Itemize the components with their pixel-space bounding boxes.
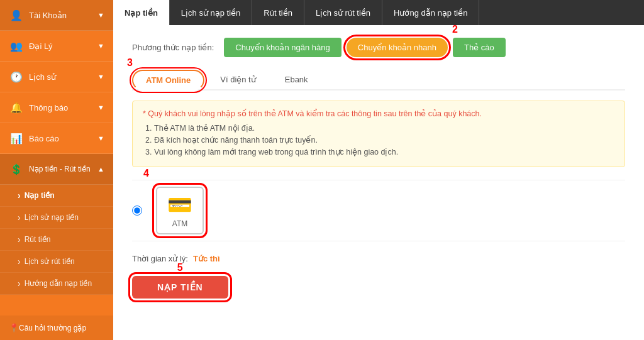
sidebar-sub-menu: › Nạp tiền › Lịch sử nạp tiền › Rút tiền… bbox=[0, 185, 113, 295]
sidebar-item-nap-tien-rut-tien[interactable]: 💲 Nạp tiền - Rút tiền ▲ bbox=[0, 154, 113, 185]
sidebar-item-bao-cao[interactable]: 📊 Báo cáo ▼ bbox=[0, 123, 113, 154]
location-icon: 📍 bbox=[9, 323, 19, 332]
tab-rut-tien[interactable]: Rút tiền bbox=[252, 0, 304, 25]
submit-wrap: 5 NẠP TIỀN bbox=[132, 276, 625, 299]
sub-tab-vi-dien-tu[interactable]: Ví điện tử bbox=[207, 70, 269, 90]
bullet-icon: › bbox=[18, 190, 21, 200]
bullet-icon: › bbox=[18, 278, 21, 288]
atm-radio[interactable] bbox=[132, 206, 142, 216]
chevron-icon: ▼ bbox=[97, 134, 104, 142]
chevron-up-icon: ▲ bbox=[97, 165, 104, 173]
chevron-icon: ▼ bbox=[97, 42, 104, 50]
sidebar-item-dai-ly[interactable]: 👥 Đại Lý ▼ bbox=[0, 31, 113, 62]
sidebar: 👤 Tài Khoản ▼ 👥 Đại Lý ▼ 🕐 Lịch sử ▼ 🔔 T… bbox=[0, 0, 113, 340]
sidebar-item-tai-khoan[interactable]: 👤 Tài Khoản ▼ bbox=[0, 0, 113, 31]
submit-button[interactable]: NẠP TIỀN bbox=[132, 276, 228, 299]
bell-icon: 🔔 bbox=[9, 100, 24, 115]
chevron-icon: ▼ bbox=[97, 11, 104, 19]
info-title: * Quý khách vui lòng nhập số trên thẻ AT… bbox=[143, 109, 614, 118]
sub-tab-atm-online[interactable]: ATM Online bbox=[132, 70, 204, 90]
tab-nap-tien[interactable]: Nạp tiền bbox=[113, 0, 170, 25]
step-4-badge: 4 bbox=[143, 168, 149, 179]
sidebar-item-lich-su[interactable]: 🕐 Lịch sử ▼ bbox=[0, 62, 113, 92]
tab-lich-su-rut-tien[interactable]: Lịch sử rút tiền bbox=[304, 0, 382, 25]
sidebar-sub-nap-tien[interactable]: › Nạp tiền bbox=[0, 185, 113, 207]
btn-the-cao[interactable]: Thẻ cào bbox=[453, 38, 506, 57]
info-item-2: Đã kích hoạt chức năng thanh toán trực t… bbox=[154, 135, 614, 145]
sidebar-sub-huong-dan[interactable]: › Hướng dẫn nạp tiền bbox=[0, 273, 113, 295]
sidebar-sub-lich-su-nap-tien[interactable]: › Lịch sử nạp tiền bbox=[0, 207, 113, 229]
info-list: Thẻ ATM là thẻ ATM nội địa. Đã kích hoạt… bbox=[154, 123, 614, 156]
submit-btn-wrapper: 5 NẠP TIỀN bbox=[132, 276, 228, 299]
sidebar-item-thong-bao[interactable]: 🔔 Thông báo ▼ bbox=[0, 92, 113, 123]
user-icon: 👤 bbox=[9, 8, 24, 23]
atm-card-icon: 💳 bbox=[167, 193, 192, 217]
sub-tabs: 3 ATM Online Ví điện tử Ebank bbox=[132, 70, 625, 90]
card-box-atm[interactable]: 💳 ATM bbox=[156, 187, 204, 234]
clock-icon: 🕐 bbox=[9, 69, 24, 84]
btn-chuyen-khoan-nhanh[interactable]: Chuyển khoản nhanh bbox=[347, 38, 448, 57]
dollar-icon: 💲 bbox=[9, 162, 24, 177]
processing-value: Tức thì bbox=[193, 254, 220, 263]
card-label: ATM bbox=[172, 219, 187, 228]
tab-huong-dan-nap-tien[interactable]: Hướng dẫn nạp tiền bbox=[382, 0, 479, 25]
sidebar-faq[interactable]: 📍 Câu hỏi thường gặp bbox=[0, 315, 113, 340]
tab-lich-su-nap-tien[interactable]: Lịch sử nạp tiền bbox=[170, 0, 253, 25]
method-row: Phương thức nạp tiền: Chuyển khoản ngân … bbox=[132, 38, 625, 57]
card-selector: 4 💳 ATM bbox=[132, 180, 625, 241]
group-icon: 👥 bbox=[9, 38, 24, 53]
content-area: Phương thức nạp tiền: Chuyển khoản ngân … bbox=[113, 25, 644, 340]
bullet-icon: › bbox=[18, 234, 21, 244]
sub-tab-ebank[interactable]: Ebank bbox=[272, 70, 321, 90]
btn-chuyen-khoan-ngan-hang[interactable]: Chuyển khoản ngân hàng bbox=[224, 38, 341, 57]
btn-wrapper-chuyen-nhanh: 2 Chuyển khoản nhanh bbox=[347, 38, 453, 57]
main-area: Nạp tiền Lịch sử nạp tiền Rút tiền Lịch … bbox=[113, 0, 644, 340]
step-2-badge: 2 bbox=[452, 25, 458, 35]
sub-tab-wrapper-atm: 3 ATM Online bbox=[132, 70, 207, 89]
sidebar-sub-lich-su-rut-tien[interactable]: › Lịch sử rút tiền bbox=[0, 251, 113, 273]
chevron-icon: ▼ bbox=[97, 73, 104, 80]
info-item-3: Vui lòng không làm mới trang web trong q… bbox=[154, 147, 614, 156]
bullet-icon: › bbox=[18, 256, 21, 266]
sidebar-sub-rut-tien[interactable]: › Rút tiền bbox=[0, 229, 113, 251]
info-item-1: Thẻ ATM là thẻ ATM nội địa. bbox=[154, 123, 614, 133]
chevron-icon: ▼ bbox=[97, 104, 104, 111]
processing-time-row: Thời gian xử lý: Tức thì bbox=[132, 254, 625, 263]
card-box-wrapper: 4 💳 ATM bbox=[156, 187, 204, 234]
method-label: Phương thức nạp tiền: bbox=[132, 43, 214, 52]
step-3-badge: 3 bbox=[127, 57, 133, 69]
step-5-badge: 5 bbox=[177, 262, 183, 273]
top-tabs: Nạp tiền Lịch sử nạp tiền Rút tiền Lịch … bbox=[113, 0, 644, 25]
radio-wrap[interactable] bbox=[132, 206, 146, 216]
chart-icon: 📊 bbox=[9, 131, 24, 146]
info-box: * Quý khách vui lòng nhập số trên thẻ AT… bbox=[132, 101, 625, 167]
bullet-icon: › bbox=[18, 212, 21, 222]
